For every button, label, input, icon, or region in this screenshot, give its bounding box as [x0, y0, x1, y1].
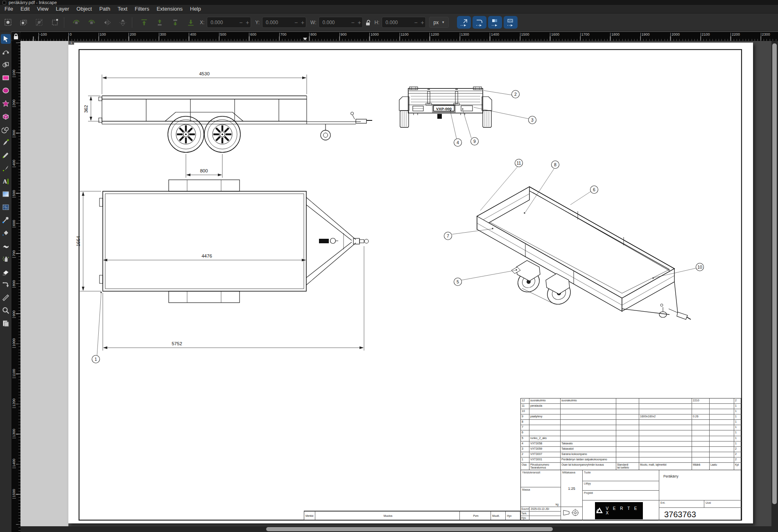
w-value[interactable]: 0.000	[319, 20, 349, 25]
eraser-tool-icon[interactable]	[1, 267, 11, 277]
parts-table-cell: 1	[734, 420, 742, 425]
parts-table-cell: 5	[521, 436, 529, 441]
v-ruler-label: 700	[12, 250, 16, 257]
move-patterns-toggle[interactable]	[504, 16, 518, 29]
select-all-button[interactable]	[2, 16, 15, 29]
spiral-tool-icon[interactable]	[1, 125, 11, 134]
w-plus-button[interactable]: +	[356, 19, 362, 26]
deselect-button[interactable]	[33, 16, 46, 29]
pages-tool-icon[interactable]	[1, 319, 11, 328]
connector-tool-icon[interactable]	[1, 280, 11, 290]
rectangle-tool-icon[interactable]	[1, 73, 11, 83]
parts-table-cell: 1	[734, 409, 742, 414]
menu-edit[interactable]: Edit	[17, 5, 33, 13]
parts-table-cell: 11	[521, 404, 529, 409]
x-field[interactable]: 0.000 − +	[207, 17, 251, 28]
mesh-gradient-tool-icon[interactable]	[1, 202, 11, 212]
parts-table-cell	[529, 409, 561, 414]
callout-2: 2	[512, 91, 520, 98]
move-gradients-toggle[interactable]	[488, 16, 502, 29]
w-field[interactable]: 0.000 − +	[319, 17, 363, 28]
x-plus-button[interactable]: +	[244, 19, 251, 26]
h-ruler-label: 500	[219, 33, 226, 40]
raise-to-top-button[interactable]	[138, 16, 151, 29]
node-editor-tool-icon[interactable]	[1, 47, 11, 57]
menu-filters[interactable]: Filters	[131, 5, 153, 13]
selection-bbox-button[interactable]	[48, 16, 61, 29]
horizontal-ruler[interactable]: -100010020030040050060070080090010001100…	[20, 32, 778, 41]
x-value[interactable]: 0.000	[207, 20, 237, 25]
flip-vertical-button[interactable]	[116, 16, 129, 29]
page-number-tab[interactable]: 1	[68, 41, 74, 45]
y-value[interactable]: 0.000	[262, 20, 293, 25]
lock-ratio-toggle[interactable]	[363, 17, 373, 28]
h-minus-button[interactable]: −	[412, 19, 419, 26]
parts-table-cell	[616, 441, 639, 447]
ellipse-tool-icon[interactable]	[1, 86, 11, 95]
lower-button[interactable]	[169, 16, 182, 29]
gradient-tool-icon[interactable]	[1, 189, 11, 199]
parts-table-cell: 1600x160x2	[639, 414, 692, 420]
menu-path[interactable]: Path	[95, 5, 114, 13]
h-value[interactable]: 0.000	[382, 20, 412, 25]
canvas[interactable]: 1	[20, 41, 771, 526]
parts-table-cell	[710, 420, 734, 425]
menu-extensions[interactable]: Extensions	[153, 5, 186, 13]
unit-dropdown[interactable]: px▼	[429, 17, 449, 28]
parts-table-cell	[616, 447, 639, 452]
selector-tool-icon[interactable]	[1, 34, 11, 44]
vertical-scrollbar[interactable]	[771, 41, 778, 526]
box-3d-tool-icon[interactable]	[1, 112, 11, 122]
flip-horizontal-button[interactable]	[101, 16, 114, 29]
lock-rulers-toggle[interactable]	[11, 32, 20, 41]
pencil-tool-icon[interactable]	[1, 150, 11, 160]
text-tool-icon[interactable]: A	[1, 177, 11, 186]
side-view: 4530 362 800	[84, 71, 372, 178]
zoom-tool-icon[interactable]	[1, 306, 11, 315]
v-ruler-label: 300	[12, 129, 16, 137]
menu-object[interactable]: Object	[73, 5, 96, 13]
parts-table-cell: VXT3059	[529, 447, 561, 452]
document-page[interactable]: 4530 362 800	[68, 43, 753, 523]
pen-tool-icon[interactable]	[1, 138, 11, 147]
measure-tool-icon[interactable]	[1, 293, 11, 303]
parts-table-cell: 0.26	[692, 414, 710, 420]
star-tool-icon[interactable]	[1, 99, 11, 109]
scale-corners-toggle[interactable]	[473, 16, 486, 29]
inkscape-app-icon	[2, 1, 6, 5]
menu-text[interactable]: Text	[114, 5, 131, 13]
spray-tool-icon[interactable]	[1, 254, 11, 264]
tark-label: Tark.	[521, 512, 529, 516]
horizontal-scrollbar-thumb[interactable]	[266, 527, 553, 531]
select-all-layers-button[interactable]	[17, 16, 30, 29]
raise-button[interactable]	[153, 16, 166, 29]
shape-builder-tool-icon[interactable]	[1, 60, 11, 70]
parts-table-cell	[616, 425, 639, 430]
x-minus-button[interactable]: −	[237, 19, 244, 26]
y-plus-button[interactable]: +	[299, 19, 306, 26]
y-field[interactable]: 0.000 − +	[262, 17, 306, 28]
y-minus-button[interactable]: −	[293, 19, 299, 26]
menu-layer[interactable]: Layer	[52, 5, 73, 13]
menu-file[interactable]: File	[1, 5, 17, 13]
rotate-ccw-button[interactable]	[70, 16, 83, 29]
rotate-cw-button[interactable]	[85, 16, 98, 29]
calligraphy-tool-icon[interactable]	[1, 163, 11, 173]
dim-total-length: 5752	[172, 341, 182, 346]
vertical-ruler[interactable]: 1002003004005006007008009001000110012001…	[11, 41, 20, 532]
dropper-tool-icon[interactable]	[1, 215, 11, 225]
menu-view[interactable]: View	[33, 5, 52, 13]
scrollbar-corner	[771, 526, 778, 532]
horizontal-scrollbar[interactable]	[20, 526, 771, 532]
parts-table-cell: peralauta	[529, 404, 561, 409]
scale-stroke-toggle[interactable]	[457, 16, 471, 29]
paint-bucket-tool-icon[interactable]	[1, 228, 11, 238]
h-field[interactable]: 0.000 − +	[382, 17, 426, 28]
svg-text:1: 1	[95, 357, 97, 362]
menu-help[interactable]: Help	[186, 5, 205, 13]
w-minus-button[interactable]: −	[349, 19, 356, 26]
mittakaava-cell: Mittakaava 1:25	[561, 470, 583, 507]
vertical-scrollbar-thumb[interactable]	[772, 43, 777, 504]
h-plus-button[interactable]: +	[419, 19, 425, 26]
tweak-tool-icon[interactable]	[1, 241, 11, 251]
